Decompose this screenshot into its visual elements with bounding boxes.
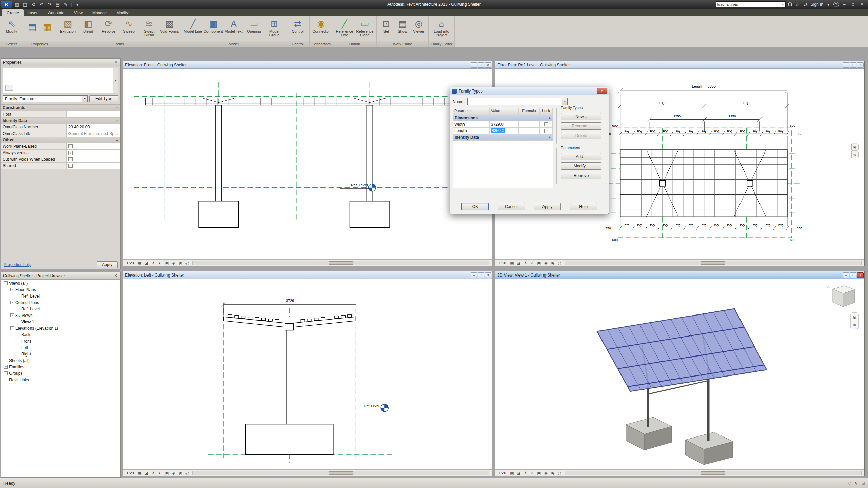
new-type-button[interactable]: New... [561,113,601,120]
viewport-titlebar[interactable]: Elevation: Left - Gullwing Shelter – □ ✕ [123,271,492,279]
type-selector-arrow-icon[interactable]: ▾ [82,96,87,102]
viewport-minimize-icon[interactable]: – [471,62,477,68]
tree-item-3d-views[interactable]: - 3D Views [1,312,120,319]
search-input[interactable] [716,2,781,7]
model-line-button[interactable]: ╱ Model Line [183,17,203,34]
collapse-box-icon[interactable]: - [10,301,14,304]
scale-button[interactable]: 1:20 [124,261,136,265]
sign-in-button[interactable]: Sign In [811,2,823,7]
param-row-length[interactable]: Length 8350.0 = [453,128,553,134]
group-other[interactable]: Other ▴ [1,137,120,143]
collapse-box-icon[interactable]: - [10,313,14,317]
tab-view[interactable]: View [69,9,87,16]
sync-icon[interactable]: ⟲ [30,2,37,7]
component-button[interactable]: ▣ Component [203,17,223,34]
type-name-combo[interactable]: ▾ [467,98,568,105]
cut-with-voids-checkbox[interactable] [68,157,73,161]
viewport-minimize-icon[interactable]: – [843,62,849,68]
extrusion-button[interactable]: ▧ Extrusion [58,17,78,34]
dim-2250[interactable]: 2250 [728,114,736,118]
properties-palette-header[interactable]: Properties ✕ [1,59,120,66]
tab-create[interactable]: Create [2,9,24,16]
edit-type-button[interactable]: Edit Type [89,95,118,102]
viewport-elevation-front[interactable]: Elevation: Front - Gullwing Shelter – □ … [123,61,492,266]
viewport-minimize-icon[interactable]: – [843,272,849,278]
collapse-box-icon[interactable]: - [4,281,8,285]
viewport-close-icon[interactable]: ✕ [857,62,864,68]
param-row-width[interactable]: Width 3729.0 = ✓ [453,121,553,128]
viewport-3d-view[interactable]: 3D View: View 1 - Gullwing Shelter – □ ✕ [495,271,865,476]
crop-region-visible-icon[interactable]: ◈ [171,261,176,265]
length-value-selected[interactable]: 8350.0 [491,128,505,133]
model-group-button[interactable]: ⊞ Model Group [264,17,284,38]
detail-level-icon[interactable]: ▦ [509,261,515,265]
property-row-omniclass-title[interactable]: OmniClass Title General Furniture and Sp… [1,130,120,137]
dialog-apply-button[interactable]: Apply [534,203,561,210]
favorites-star-icon[interactable]: ☆ [794,2,801,7]
eq-label[interactable]: EQ [743,101,748,105]
navigation-bar[interactable]: ◉ ⊕ [851,313,858,329]
viewer-button[interactable]: ◎ Viewer [411,17,427,34]
reveal-hidden-icon[interactable]: ◎ [556,261,562,265]
tree-item-ref-level-ceiling[interactable]: Ref. Level [1,306,120,312]
void-forms-button[interactable]: ▩ Void Forms [160,17,179,34]
horizontal-scrollbar[interactable] [565,471,862,475]
property-row-cut-with-voids[interactable]: Cut with Voids When Loaded [1,156,120,163]
tree-item-groups[interactable]: + Groups [1,370,120,377]
drawing-area-front-elevation[interactable]: Ref. Level [123,69,492,259]
modify-parameter-button[interactable]: Modify... [561,162,601,170]
collapse-box-icon[interactable]: - [10,326,14,330]
window-restore-icon[interactable]: □ [850,2,856,7]
front-elevation-drawing[interactable]: Ref. Level [123,69,492,259]
viewcube[interactable] [833,286,855,307]
always-vertical-checkbox[interactable]: ✓ [68,151,73,155]
temporary-hide-icon[interactable]: ◉ [177,261,183,265]
shared-checkbox[interactable] [68,164,73,168]
collapse-icon[interactable]: ▴ [547,134,553,140]
revit-logo-icon[interactable]: R [1,1,12,8]
reveal-hidden-icon[interactable]: ◎ [184,261,190,265]
tree-item-ceiling-plans[interactable]: - Ceiling Plans [1,299,120,306]
tree-item-view-1[interactable]: View 1 [1,319,120,325]
tree-item-left[interactable]: Left [1,344,120,351]
show-work-plane-button[interactable]: ▤ Show [395,17,410,34]
search-dropdown-icon[interactable]: ▾ [781,3,785,6]
work-plane-based-checkbox[interactable] [68,144,73,148]
load-into-project-button[interactable]: ⌂ Load into Project [430,17,453,38]
redo-icon[interactable]: ↷ [46,2,53,7]
sun-path-icon[interactable]: ☀ [150,261,156,265]
shadows-icon[interactable]: ◐ [157,261,163,265]
select-toggle-icon[interactable]: ⇖ [854,481,858,486]
viewport-restore-icon[interactable]: □ [850,62,856,68]
eq-label[interactable]: EQ [659,101,665,105]
tree-item-back[interactable]: Back [1,331,120,338]
viewport-restore-icon[interactable]: □ [850,272,856,278]
collapse-box-icon[interactable]: - [10,288,14,291]
sun-path-icon[interactable]: ☀ [522,471,528,475]
viewport-restore-icon[interactable]: □ [478,272,484,278]
scale-button[interactable]: 1:50 [497,261,508,265]
ref-level-label[interactable]: Ref. Level [364,404,379,408]
properties-palette-button[interactable]: ▤ [25,17,39,36]
tab-insert[interactable]: Insert [24,9,43,16]
reveal-hidden-icon[interactable]: ◎ [556,471,562,475]
project-browser-header[interactable]: Gullwing Shelter - Project Browser ✕ [1,272,120,280]
tab-manage[interactable]: Manage [87,9,112,16]
visual-style-icon[interactable]: ◪ [516,471,521,475]
viewport-close-icon[interactable]: ✕ [485,62,491,68]
family-types-dialog[interactable]: Family Types ✕ Name: ▾ Parameter Value F… [450,87,609,214]
tree-item-sheets[interactable]: Sheets (all) [1,357,120,364]
viewport-minimize-icon[interactable]: – [471,272,477,278]
properties-close-icon[interactable]: ✕ [113,60,118,64]
visual-style-icon[interactable]: ◪ [516,261,521,265]
connector-button[interactable]: ◉ Connector [311,17,331,34]
property-row-work-plane-based[interactable]: Work Plane-Based [1,143,120,150]
crop-view-icon[interactable]: ▣ [164,471,170,475]
visual-style-icon[interactable]: ◪ [143,471,149,475]
tree-item-views-all[interactable]: - Views (all) [1,280,120,286]
tree-item-families[interactable]: + Families [1,364,120,370]
sign-in-dropdown-icon[interactable]: ▾ [825,2,831,7]
width-dimension[interactable]: 3729 [286,299,294,303]
viewcube-home-icon[interactable]: ⌂ [827,284,830,289]
shadows-icon[interactable]: ◐ [157,471,163,475]
